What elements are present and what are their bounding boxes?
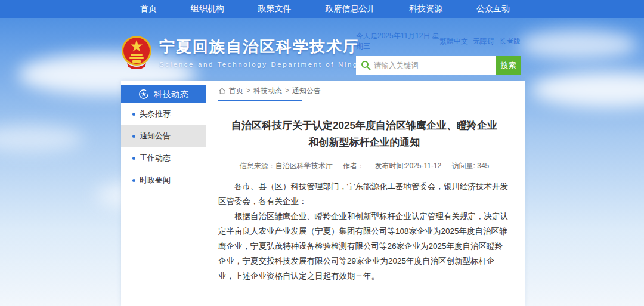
breadcrumb-tech-news[interactable]: 科技动态 <box>253 86 282 96</box>
sidebar-title: 科技动态 <box>154 89 188 100</box>
bullet-dot-icon <box>132 179 135 182</box>
home-icon <box>218 87 226 95</box>
nav-item-tech-resources[interactable]: 科技资源 <box>409 4 442 14</box>
bullet-dot-icon <box>132 113 135 116</box>
breadcrumb-separator: > <box>285 86 289 95</box>
breadcrumb-separator: > <box>246 86 250 95</box>
article-title-line2: 和创新型标杆企业的通知 <box>218 134 510 151</box>
nav-item-public-interaction[interactable]: 公众互动 <box>476 4 510 14</box>
site-title: 宁夏回族自治区科学技术厅 <box>159 36 371 57</box>
article-title: 自治区科技厅关于认定2025年度自治区雏鹰企业、瞪羚企业 和创新型标杆企业的通知 <box>218 118 510 151</box>
sidebar-item-notices[interactable]: 通知公告 <box>121 125 206 147</box>
star-circle-icon <box>138 89 149 100</box>
sidebar-item-headlines[interactable]: 头条推荐 <box>121 103 206 125</box>
nav-item-gov-info-disclosure[interactable]: 政府信息公开 <box>325 4 375 14</box>
link-traditional-chinese[interactable]: 繁體中文 <box>439 36 468 47</box>
bullet-dot-icon <box>132 157 135 160</box>
nav-item-home[interactable]: 首页 <box>140 4 157 14</box>
meta-source: 信息来源：自治区科学技术厅 <box>240 162 333 170</box>
sidebar-item-label: 头条推荐 <box>140 109 171 119</box>
meta-author: 作者： <box>343 162 364 170</box>
sidebar-item-work-dynamics[interactable]: 工作动态 <box>121 147 206 169</box>
sidebar-header: 科技动态 <box>121 85 206 103</box>
cloud-decoration <box>519 30 638 60</box>
link-elder-version[interactable]: 长者版 <box>499 36 521 47</box>
top-navigation: 首页 组织机构 政策文件 政府信息公开 科技资源 公众互动 <box>0 0 644 18</box>
article-paragraph: 根据自治区雏鹰企业、瞪羚企业和创新型标杆企业认定管理有关规定，决定认定半亩良人农… <box>218 209 510 284</box>
search-input[interactable] <box>356 56 496 75</box>
breadcrumb-notices[interactable]: 通知公告 <box>292 86 321 96</box>
nav-item-policy-documents[interactable]: 政策文件 <box>258 4 292 14</box>
national-emblem-logo <box>121 35 152 69</box>
search-icon <box>361 60 371 70</box>
main-content-panel: 科技动态 头条推荐 通知公告 工作动态 时政要闻 首页 > 科技动态 > <box>121 81 525 306</box>
breadcrumb: 首页 > 科技动态 > 通知公告 <box>218 81 510 101</box>
article-title-line1: 自治区科技厅关于认定2025年度自治区雏鹰企业、瞪羚企业 <box>218 118 510 134</box>
article-body: 各市、县（区）科技管理部门，宁东能源化工基地管委会，银川经济技术开发区管委会，各… <box>218 180 510 284</box>
sidebar-tech-news: 科技动态 头条推荐 通知公告 工作动态 时政要闻 <box>121 85 206 191</box>
meta-publish-time: 发布时间:2025-11-12 <box>374 162 441 170</box>
search-button[interactable]: 搜索 <box>496 56 521 75</box>
meta-visit-count: 访问量: 345 <box>452 162 490 170</box>
sidebar-item-label: 工作动态 <box>140 153 171 163</box>
current-date: 今天是2025年11月12日 星期三 <box>356 31 439 51</box>
bullet-dot-icon <box>132 135 135 138</box>
sidebar-item-label: 通知公告 <box>140 131 171 141</box>
article-meta: 信息来源：自治区科学技术厅 作者： 发布时间:2025-11-12 访问量: 3… <box>218 161 510 171</box>
breadcrumb-home[interactable]: 首页 <box>229 86 243 96</box>
site-subtitle: Science and Technology Department of Nin… <box>159 61 371 68</box>
sidebar-item-current-politics[interactable]: 时政要闻 <box>121 169 206 191</box>
cloud-decoration <box>0 125 83 152</box>
header-utilities: 今天是2025年11月12日 星期三 繁體中文 无障碍 长者版 搜索 <box>356 31 521 75</box>
article-paragraph: 各市、县（区）科技管理部门，宁东能源化工基地管委会，银川经济技术开发区管委会，各… <box>218 180 510 209</box>
sidebar-item-label: 时政要闻 <box>140 175 171 186</box>
article-area: 首页 > 科技动态 > 通知公告 自治区科技厅关于认定2025年度自治区雏鹰企业… <box>216 81 525 306</box>
link-accessibility[interactable]: 无障碍 <box>473 36 494 47</box>
site-brand: 宁夏回族自治区科学技术厅 Science and Technology Depa… <box>121 35 371 69</box>
cloud-decoration <box>531 72 644 107</box>
nav-item-organization[interactable]: 组织机构 <box>191 4 224 14</box>
